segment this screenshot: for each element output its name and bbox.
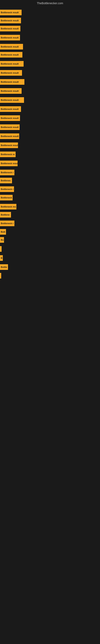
bar-label: Bottleneck result xyxy=(1,126,19,128)
bar-label: Bottleneck result xyxy=(1,19,19,22)
bar-label: Bottleneck result xyxy=(1,108,19,110)
bar-item: Bottleneck result xyxy=(0,44,23,50)
bar-label: Bottleneck result xyxy=(1,54,19,56)
bar-item xyxy=(0,246,1,252)
bar-item: Bo xyxy=(0,237,4,243)
site-title: TheBottlenecker.com xyxy=(0,0,100,6)
bar-item: Bottleneck r xyxy=(0,220,14,226)
bar-item: Bottleneck result xyxy=(0,10,22,15)
bar-label: Bottleneck re xyxy=(1,153,15,156)
bar-item: Bottleneck result xyxy=(0,134,19,139)
bar-label: Bottleneck res xyxy=(1,206,16,208)
bar-label: Bottleneck result xyxy=(1,90,19,92)
bar-label: Bottleneck r xyxy=(1,188,14,190)
bar-label: Bottleneck result xyxy=(1,99,19,101)
bar-label: Bo xyxy=(1,239,4,241)
bar-item: Bottleneck result xyxy=(0,35,20,40)
bar-label: Bottleneck r xyxy=(1,222,14,224)
bar-label: Bottlenec xyxy=(1,179,11,182)
bar-item: Bottlene xyxy=(0,212,11,218)
site-title-bar: TheBottlenecker.com xyxy=(0,0,100,6)
bar-item: Bottleneck result xyxy=(0,70,22,76)
bar-label: Bottleneck result xyxy=(1,144,18,146)
bar-item: Bottleneck result xyxy=(0,97,24,103)
bar-item xyxy=(0,273,1,278)
bar-item: Bottleneck result xyxy=(0,88,22,94)
bar-item: Bottleneck result xyxy=(0,142,18,148)
bar-item: Bottleneck result xyxy=(0,52,22,58)
bar-label: Bottle xyxy=(1,266,7,268)
bar-label: Bottleneck result xyxy=(1,46,19,48)
bar-label: Bottleneck result xyxy=(1,36,19,39)
bar-label: Bottleneck result xyxy=(1,135,19,138)
bar-item: Bott xyxy=(0,229,6,235)
bar-item: Bottleneck result xyxy=(0,61,24,66)
bar-item: Bottleneck result xyxy=(0,115,20,121)
bar-label: Bottleneck r xyxy=(1,171,14,174)
bar-label: Bottleneck result xyxy=(1,62,19,65)
bar-item: Bottleneck result xyxy=(0,79,24,85)
bar-item: Bottlenec xyxy=(0,178,12,183)
chart-container: Bottleneck resultBottleneck resultBottle… xyxy=(0,6,100,630)
bar-label: Bottleneck result xyxy=(1,162,18,164)
bar-label: Bottleneck result xyxy=(1,81,19,83)
bar-item: Bottleneck result xyxy=(0,160,18,166)
bar-item: Bottleneck result xyxy=(0,106,21,112)
bar-item: Bottleneck r xyxy=(0,186,14,192)
bar-item: Bottleneck res xyxy=(0,204,16,210)
bar-label: Bottleneck xyxy=(1,196,12,199)
bar-item: Bottleneck result xyxy=(0,124,20,130)
bar-label: B xyxy=(1,257,2,259)
bar-item: Bottleneck xyxy=(0,195,13,200)
bar-label: Bottleneck result xyxy=(1,117,19,119)
bar-item: Bottleneck r xyxy=(0,170,14,175)
bar-item: Bottleneck result xyxy=(0,18,21,23)
bar-label: Bott xyxy=(1,231,5,233)
bar-item: Bottle xyxy=(0,264,8,270)
bar-label: Bottleneck result xyxy=(1,72,19,74)
bar-label: Bottleneck result xyxy=(1,27,19,30)
bar-item: Bottleneck result xyxy=(0,26,20,32)
bar-label: Bottleneck result xyxy=(1,11,19,14)
bar-item: Bottleneck re xyxy=(0,152,16,157)
bar-item: B xyxy=(0,255,3,261)
bar-label: Bottlene xyxy=(1,214,10,216)
